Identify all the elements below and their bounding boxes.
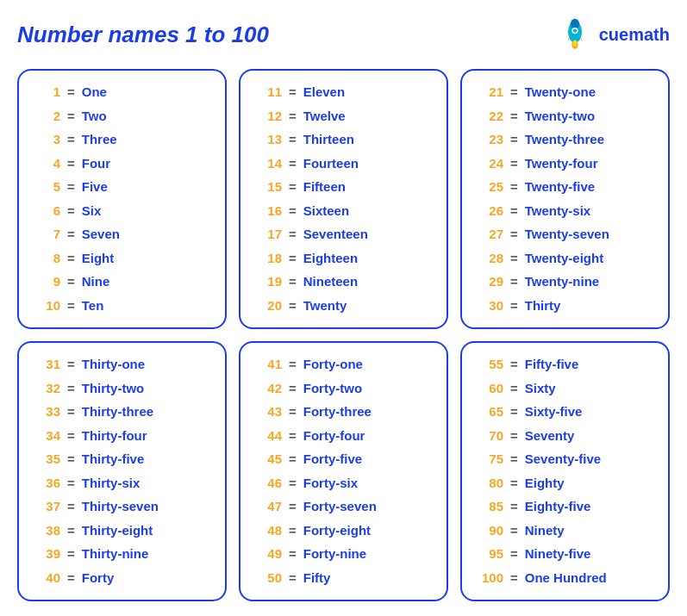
number-name: Eighty: [525, 474, 565, 494]
number-name: Twenty-eight: [525, 249, 603, 269]
number-value: 48: [254, 521, 282, 541]
equals-sign: =: [289, 569, 297, 588]
number-row: 28=Twenty-eight: [476, 249, 654, 269]
equals-sign: =: [289, 225, 297, 245]
number-value: 32: [33, 379, 60, 399]
number-value: 10: [33, 296, 60, 316]
number-value: 4: [33, 154, 60, 174]
equals-sign: =: [510, 83, 518, 103]
number-row: 4=Four: [33, 154, 211, 174]
number-value: 5: [33, 177, 60, 197]
equals-sign: =: [289, 83, 297, 103]
equals-sign: =: [510, 569, 518, 588]
number-name: Thirty-two: [82, 379, 145, 399]
number-row: 40=Forty: [33, 569, 211, 588]
number-value: 1: [33, 83, 60, 103]
number-name: Seven: [82, 225, 120, 245]
number-value: 80: [476, 474, 503, 494]
number-value: 39: [33, 544, 60, 564]
equals-sign: =: [510, 249, 518, 269]
equals-sign: =: [510, 202, 518, 221]
number-name: Twenty-four: [525, 154, 598, 174]
number-value: 44: [254, 426, 282, 446]
equals-sign: =: [289, 497, 297, 517]
number-row: 46=Forty-six: [254, 474, 433, 494]
number-value: 75: [476, 450, 503, 470]
equals-sign: =: [289, 450, 297, 470]
number-name: Thirty-three: [82, 402, 153, 422]
equals-sign: =: [510, 402, 518, 422]
equals-sign: =: [67, 296, 75, 316]
number-value: 60: [476, 379, 503, 399]
number-name: Thirty-nine: [82, 544, 149, 564]
equals-sign: =: [67, 474, 75, 494]
equals-sign: =: [289, 177, 297, 197]
number-name: Twenty-one: [525, 83, 596, 103]
number-row: 36=Thirty-six: [33, 474, 211, 494]
equals-sign: =: [289, 544, 297, 564]
number-row: 33=Thirty-three: [33, 402, 211, 422]
svg-point-1: [571, 19, 579, 29]
number-row: 34=Thirty-four: [33, 426, 211, 446]
number-value: 90: [476, 521, 503, 541]
number-card-box5: 41=Forty-one42=Forty-two43=Forty-three44…: [239, 341, 448, 601]
equals-sign: =: [510, 497, 518, 517]
number-value: 15: [254, 177, 282, 197]
number-value: 29: [476, 272, 503, 292]
number-value: 100: [476, 569, 503, 588]
number-row: 44=Forty-four: [254, 426, 433, 446]
equals-sign: =: [67, 450, 75, 470]
number-value: 31: [33, 355, 60, 375]
equals-sign: =: [67, 544, 75, 564]
number-value: 41: [254, 355, 282, 375]
number-value: 42: [254, 379, 282, 399]
number-value: 95: [476, 544, 503, 564]
number-card-box3: 21=Twenty-one22=Twenty-two23=Twenty-thre…: [460, 69, 670, 329]
equals-sign: =: [510, 474, 518, 494]
number-name: Twenty-two: [525, 107, 595, 127]
number-row: 95=Ninety-five: [476, 544, 654, 564]
logo: cuemath: [556, 16, 670, 53]
equals-sign: =: [510, 521, 518, 541]
number-row: 30=Thirty: [476, 296, 654, 316]
number-name: Forty-three: [303, 402, 372, 422]
number-row: 11=Eleven: [254, 83, 433, 103]
number-row: 1=One: [33, 83, 211, 103]
number-name: Twenty: [303, 296, 347, 316]
number-name: Thirty-one: [82, 355, 145, 375]
number-value: 50: [254, 569, 282, 588]
number-name: Twelve: [303, 107, 346, 127]
number-value: 6: [33, 202, 60, 221]
equals-sign: =: [67, 569, 75, 588]
equals-sign: =: [289, 521, 297, 541]
number-row: 32=Thirty-two: [33, 379, 211, 399]
number-name: Eighty-five: [525, 497, 591, 517]
equals-sign: =: [510, 379, 518, 399]
number-row: 8=Eight: [33, 249, 211, 269]
equals-sign: =: [289, 474, 297, 494]
bottom-grid: 31=Thirty-one32=Thirty-two33=Thirty-thre…: [17, 341, 670, 601]
number-card-box1: 1=One2=Two3=Three4=Four5=Five6=Six7=Seve…: [17, 69, 227, 329]
number-name: Six: [82, 202, 102, 221]
number-row: 26=Twenty-six: [476, 202, 654, 221]
number-value: 55: [476, 355, 503, 375]
equals-sign: =: [510, 296, 518, 316]
number-name: Thirty-six: [82, 474, 141, 494]
number-name: One: [82, 83, 107, 103]
equals-sign: =: [510, 355, 518, 375]
number-value: 22: [476, 107, 503, 127]
equals-sign: =: [510, 154, 518, 174]
number-name: Ninety-five: [525, 544, 591, 564]
number-value: 30: [476, 296, 503, 316]
number-name: Sixty: [525, 379, 556, 399]
number-value: 27: [476, 225, 503, 245]
equals-sign: =: [289, 426, 297, 446]
equals-sign: =: [67, 83, 75, 103]
number-value: 85: [476, 497, 503, 517]
number-row: 24=Twenty-four: [476, 154, 654, 174]
number-name: Twenty-six: [525, 202, 590, 221]
equals-sign: =: [67, 249, 75, 269]
number-name: Ten: [82, 296, 104, 316]
number-row: 21=Twenty-one: [476, 83, 654, 103]
number-row: 90=Ninety: [476, 521, 654, 541]
